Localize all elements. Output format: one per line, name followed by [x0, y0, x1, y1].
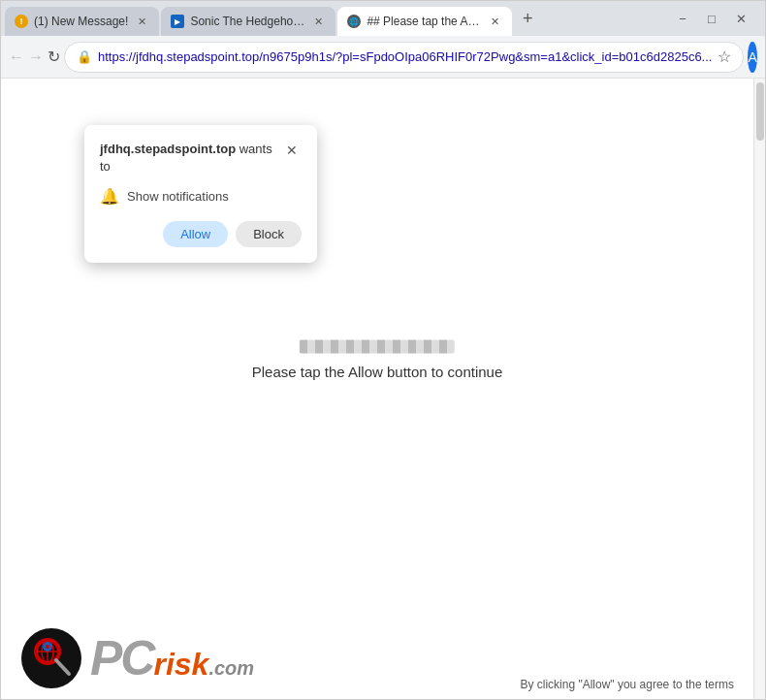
bookmark-star-icon[interactable]: ☆	[718, 48, 731, 66]
tab-1[interactable]: ! (1) New Message! ✕	[5, 7, 159, 36]
tab-2[interactable]: ▶ Sonic The Hedgehog 3 (2024):... ✕	[161, 7, 335, 36]
tab-3-label: ## Please tap the Allow button...	[367, 15, 481, 28]
tab-2-label: Sonic The Hedgehog 3 (2024):...	[190, 15, 304, 28]
browser-window: ! (1) New Message! ✕ ▶ Sonic The Hedgeho…	[0, 0, 766, 700]
maximize-button[interactable]: □	[699, 6, 724, 31]
tab-1-close[interactable]: ✕	[134, 14, 149, 29]
risk-letters: risk	[153, 647, 208, 683]
bottom-right-text: By clicking "Allow" you agree to the ter…	[520, 678, 734, 691]
tab-1-favicon: !	[15, 15, 28, 28]
tab-3-favicon: 🌐	[347, 15, 361, 28]
bottom-branding: PCrisk.com	[20, 627, 254, 689]
browser-menu-button[interactable]: ⋮	[761, 42, 766, 73]
pcrisk-logo: PCrisk.com	[20, 627, 254, 689]
pc-logo-svg	[20, 627, 82, 689]
scroll-thumb[interactable]	[756, 82, 764, 141]
tab-3[interactable]: 🌐 ## Please tap the Allow button... ✕	[337, 7, 512, 36]
tab-1-label: (1) New Message!	[34, 15, 128, 28]
bell-icon: 🔔	[100, 187, 119, 206]
popup-domain: jfdhq.stepadspoint.top	[100, 142, 236, 156]
page-center: Please tap the Allow button to continue	[252, 340, 503, 380]
pc-text-group: PCrisk.com	[90, 634, 254, 683]
close-button[interactable]: ✕	[728, 6, 753, 31]
new-tab-button[interactable]: +	[514, 5, 541, 32]
page-content: jfdhq.stepadspoint.top wants to ✕ 🔔 Show…	[1, 79, 753, 699]
tab-2-close[interactable]: ✕	[310, 14, 326, 29]
svg-point-0	[21, 628, 81, 688]
nav-bar: ← → ↻ 🔒 https://jfdhq.stepadspoint.top/n…	[1, 36, 765, 79]
tab-bar: ! (1) New Message! ✕ ▶ Sonic The Hedgeho…	[1, 1, 765, 36]
notification-popup: jfdhq.stepadspoint.top wants to ✕ 🔔 Show…	[84, 125, 317, 263]
progress-bar	[300, 340, 455, 354]
popup-close-button[interactable]: ✕	[282, 141, 302, 160]
popup-buttons: Allow Block	[100, 221, 302, 247]
scrollbar[interactable]	[753, 79, 765, 699]
pc-letters: PC	[90, 634, 153, 683]
browser-body: jfdhq.stepadspoint.top wants to ✕ 🔔 Show…	[1, 79, 765, 699]
lock-icon: 🔒	[77, 49, 92, 64]
svg-point-7	[46, 645, 49, 649]
reload-button[interactable]: ↻	[48, 42, 60, 73]
popup-header: jfdhq.stepadspoint.top wants to ✕	[100, 141, 302, 175]
profile-button[interactable]: A	[748, 42, 756, 73]
page-message: Please tap the Allow button to continue	[252, 364, 503, 380]
popup-title: jfdhq.stepadspoint.top wants to	[100, 141, 282, 175]
tab-3-close[interactable]: ✕	[487, 14, 502, 29]
window-controls: − □ ✕	[670, 6, 761, 31]
back-button[interactable]: ←	[9, 42, 24, 73]
tab-2-favicon: ▶	[171, 15, 184, 28]
minimize-button[interactable]: −	[670, 6, 695, 31]
popup-notification-label: Show notifications	[127, 189, 229, 204]
dot-com-text: .com	[208, 657, 254, 680]
address-bar[interactable]: 🔒 https://jfdhq.stepadspoint.top/n9675p9…	[64, 42, 744, 73]
forward-button[interactable]: →	[28, 42, 44, 73]
bottom-right-label: By clicking "Allow" you agree to the ter…	[520, 678, 734, 691]
block-button[interactable]: Block	[236, 221, 302, 247]
popup-notification-row: 🔔 Show notifications	[100, 187, 302, 206]
allow-button[interactable]: Allow	[163, 221, 228, 247]
address-text: https://jfdhq.stepadspoint.top/n9675p9h1…	[98, 49, 712, 64]
